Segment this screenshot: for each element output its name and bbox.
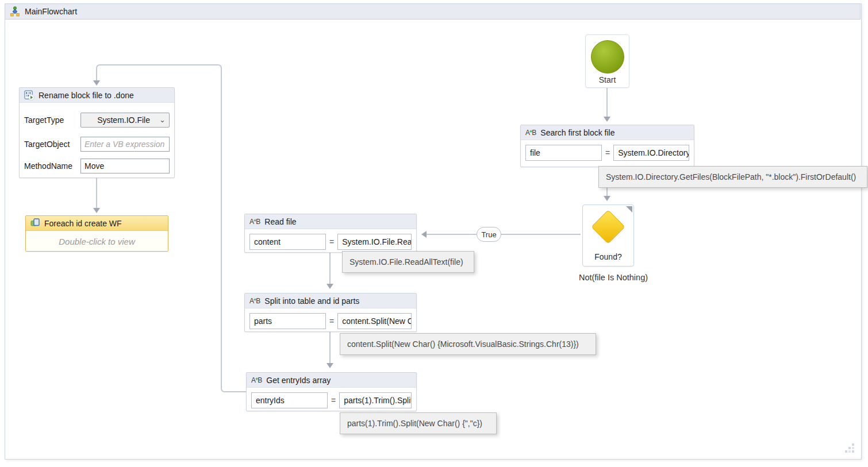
assign-activity-entryids[interactable]: A+B Get entryIds array entryIds = parts(… bbox=[246, 372, 417, 411]
assign-value-field[interactable]: System.IO.File.ReadAllText(file) bbox=[337, 234, 412, 250]
equals-sign: = bbox=[331, 396, 336, 405]
invoke-method-node[interactable]: Rename block file to .done TargetType Sy… bbox=[19, 87, 175, 178]
assign-header: A+B Get entryIds array bbox=[247, 373, 416, 388]
targetobject-input[interactable] bbox=[80, 137, 170, 152]
equals-sign: = bbox=[329, 237, 334, 246]
foreach-header: Foreach id create WF bbox=[26, 216, 168, 231]
assign-body: parts = content.Split(New Char() {Micros… bbox=[245, 308, 416, 329]
invoke-header: Rename block file to .done bbox=[20, 88, 174, 103]
flowchart-icon bbox=[10, 6, 20, 17]
targettype-value: System.IO.File bbox=[88, 115, 159, 125]
assign-activity-search[interactable]: A+B Search first block file file = Syste… bbox=[520, 125, 694, 167]
assign-to-field[interactable]: file bbox=[525, 145, 602, 161]
assign-value-field[interactable]: content.Split(New Char() {Microsoft.Visu… bbox=[337, 313, 412, 329]
invoke-workflow-icon bbox=[30, 218, 40, 228]
foreach-node[interactable]: Foreach id create WF Double-click to vie… bbox=[25, 215, 168, 252]
designer-canvas: MainFlowchart Start A+B Search first blo… bbox=[0, 0, 868, 467]
assign-header: A+B Search first block file bbox=[521, 125, 694, 140]
resize-grip[interactable] bbox=[844, 442, 855, 454]
assign-body: file = System.IO.Directory.GetFiles(Bloc… bbox=[521, 140, 694, 161]
assign-icon: A+B bbox=[249, 218, 260, 226]
equals-sign: = bbox=[605, 148, 610, 157]
title-bar: MainFlowchart bbox=[5, 3, 861, 20]
assign-icon: A+B bbox=[525, 129, 536, 137]
field-row-targettype: TargetType System.IO.File ⌄ bbox=[24, 113, 170, 128]
assign-body: content = System.IO.File.ReadAllText(fil… bbox=[245, 229, 416, 250]
assign-value-field[interactable]: System.IO.Directory.GetFiles(BlockFilePa… bbox=[613, 145, 689, 161]
decision-label: Found? bbox=[583, 252, 633, 261]
chevron-down-icon: ⌄ bbox=[159, 117, 166, 123]
assign-to-field[interactable]: parts bbox=[249, 313, 326, 329]
targettype-select[interactable]: System.IO.File ⌄ bbox=[80, 113, 170, 128]
start-label: Start bbox=[586, 75, 629, 84]
targettype-label: TargetType bbox=[24, 115, 80, 125]
assign-activity-split[interactable]: A+B Split into table and id parts parts … bbox=[244, 293, 417, 332]
assign-activity-read[interactable]: A+B Read file content = System.IO.File.R… bbox=[244, 214, 417, 253]
start-node[interactable]: Start bbox=[585, 34, 629, 88]
equals-sign: = bbox=[329, 317, 334, 326]
assign-title: Read file bbox=[264, 217, 296, 226]
assign-icon: A+B bbox=[251, 376, 262, 384]
methodname-input[interactable] bbox=[80, 159, 170, 173]
assign-title: Get entryIds array bbox=[266, 376, 331, 385]
tooltip-read-expression: System.IO.File.ReadAllText(file) bbox=[342, 251, 474, 273]
assign-title: Split into table and id parts bbox=[264, 296, 359, 306]
assign-to-field[interactable]: content bbox=[249, 234, 326, 250]
true-branch-label: True bbox=[477, 227, 501, 242]
assign-header: A+B Split into table and id parts bbox=[245, 294, 416, 308]
decision-condition: Not(file Is Nothing) bbox=[567, 273, 659, 282]
assign-value-field[interactable]: parts(1).Trim().Split(New Char() {","c}) bbox=[339, 392, 412, 408]
field-row-methodname: MethodName bbox=[24, 159, 170, 173]
assign-icon: A+B bbox=[249, 297, 260, 305]
field-row-targetobject: TargetObject bbox=[24, 137, 170, 152]
tooltip-split-expression: content.Split(New Char() {Microsoft.Visu… bbox=[340, 333, 596, 355]
targetobject-label: TargetObject bbox=[24, 140, 80, 149]
assign-title: Search first block file bbox=[540, 128, 614, 137]
decision-node-found[interactable]: Found? bbox=[582, 204, 634, 267]
assign-body: entryIds = parts(1).Trim().Split(New Cha… bbox=[247, 388, 416, 408]
foreach-title: Foreach id create WF bbox=[44, 219, 122, 228]
invoke-method-icon bbox=[24, 90, 34, 101]
invoke-title: Rename block file to .done bbox=[39, 91, 134, 100]
methodname-label: MethodName bbox=[24, 161, 80, 171]
page-title: MainFlowchart bbox=[25, 7, 77, 16]
assign-header: A+B Read file bbox=[245, 214, 416, 229]
decision-diamond-icon bbox=[591, 210, 625, 244]
tooltip-entryids-expression: parts(1).Trim().Split(New Char() {","c}) bbox=[340, 412, 497, 434]
collapse-corner-icon[interactable] bbox=[626, 206, 632, 213]
assign-to-field[interactable]: entryIds bbox=[251, 392, 328, 408]
start-circle-icon bbox=[591, 40, 624, 74]
foreach-collapsed-hint[interactable]: Double-click to view bbox=[26, 231, 168, 252]
tooltip-search-expression: System.IO.Directory.GetFiles(BlockFilePa… bbox=[598, 166, 867, 188]
